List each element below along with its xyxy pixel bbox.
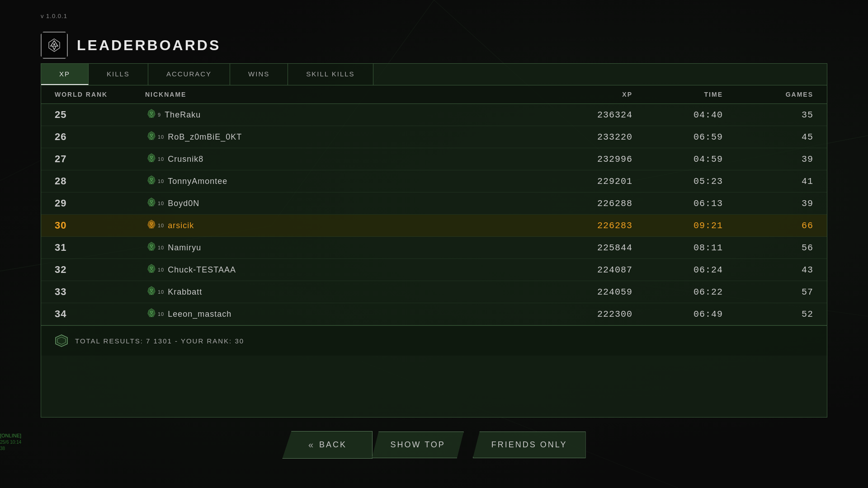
badge-icon: 10 [145, 153, 164, 165]
nickname-cell: 10 Namiryu [145, 241, 542, 254]
logo-icon [41, 32, 68, 59]
rank-cell: 33 [55, 286, 145, 298]
status-icon [55, 334, 68, 347]
table-row: 25 9 TheRaku 236324 04:40 35 [41, 104, 827, 126]
nickname-cell: 10 Crusnik8 [145, 153, 542, 165]
table-row: 33 10 Krabbatt 224059 06:22 57 [41, 281, 827, 303]
player-name: Krabbatt [168, 287, 202, 297]
time-cell: 06:59 [632, 132, 723, 142]
status-text: TOTAL RESULTS: 7 1301 - YOUR RANK: 30 [75, 337, 244, 345]
player-name: Chuck-TESTAAA [168, 265, 236, 275]
xp-cell: 232996 [542, 154, 632, 164]
nickname-cell: 9 TheRaku [145, 108, 542, 121]
status-bar: TOTAL RESULTS: 7 1301 - YOUR RANK: 30 [41, 325, 827, 356]
xp-cell: 233220 [542, 132, 632, 142]
time-cell: 06:13 [632, 198, 723, 209]
time-cell: 06:49 [632, 309, 723, 319]
time-cell: 08:11 [632, 243, 723, 253]
rank-cell: 28 [55, 175, 145, 187]
level-num: 10 [158, 245, 164, 250]
table-body: 25 9 TheRaku 236324 04:40 35 26 [41, 104, 827, 325]
badge-icon: 10 [145, 175, 164, 188]
level-num: 10 [158, 134, 164, 140]
badge-icon: 10 [145, 197, 164, 210]
col-time-header: TIME [632, 91, 723, 98]
table-row: 28 10 TonnyAmontee 229201 05:23 41 [41, 170, 827, 192]
level-num: 10 [158, 156, 164, 162]
back-button[interactable]: « BACK [282, 431, 373, 459]
games-cell: 56 [723, 243, 813, 253]
badge-icon: 10 [145, 263, 164, 276]
nickname-cell: 10 arsicik [145, 219, 542, 232]
table-row: 26 10 RoB_z0mBiE_0KT 233220 06:59 45 [41, 126, 827, 148]
player-name: TonnyAmontee [168, 177, 227, 186]
page-title: LEADERBOARDS [77, 37, 221, 54]
tab-accuracy[interactable]: ACCURACY [148, 64, 230, 85]
rank-cell: 31 [55, 242, 145, 253]
xp-cell: 225844 [542, 243, 632, 253]
xp-cell: 236324 [542, 110, 632, 120]
main-container: LEADERBOARDS XP KILLS ACCURACY WINS SKIL… [41, 25, 827, 463]
tab-kills[interactable]: KILLS [89, 64, 148, 85]
table-row: 30 10 arsicik 226283 09:21 66 [41, 215, 827, 237]
games-cell: 43 [723, 265, 813, 275]
time-cell: 06:22 [632, 287, 723, 297]
player-name: Boyd0N [168, 199, 199, 208]
level-num: 10 [158, 223, 164, 228]
header: LEADERBOARDS [41, 25, 827, 63]
player-name: Namiryu [168, 243, 201, 253]
table-row: 27 10 Crusnik8 232996 04:59 39 [41, 148, 827, 170]
level-num: 10 [158, 178, 164, 184]
nickname-cell: 10 Chuck-TESTAAA [145, 263, 542, 276]
nickname-cell: 10 TonnyAmontee [145, 175, 542, 188]
xp-cell: 222300 [542, 309, 632, 319]
rank-cell: 32 [55, 264, 145, 276]
badge-icon: 10 [145, 131, 164, 143]
nickname-cell: 10 Krabbatt [145, 286, 542, 298]
games-cell: 41 [723, 176, 813, 187]
rank-cell: 25 [55, 109, 145, 121]
table-header: WORLD RANK NICKNAME XP TIME GAMES [41, 85, 827, 104]
friends-only-button[interactable]: FRIENDS ONLY [473, 432, 586, 458]
table-row: 29 10 Boyd0N 226288 06:13 39 [41, 192, 827, 215]
tab-wins[interactable]: WINS [230, 64, 288, 85]
rank-cell: 30 [55, 220, 145, 231]
games-cell: 57 [723, 287, 813, 297]
leaderboard-panel: XP KILLS ACCURACY WINS SKILL KILLS WORLD… [41, 63, 827, 418]
time-cell: 04:40 [632, 110, 723, 120]
tab-xp[interactable]: XP [41, 64, 89, 85]
rank-cell: 27 [55, 153, 145, 165]
time-cell: 06:24 [632, 265, 723, 275]
online-indicator: [ONLINE] 25/6 10:14 38 [0, 432, 21, 452]
player-name: Leeon_mastach [168, 310, 231, 319]
xp-cell: 226283 [542, 221, 632, 231]
xp-cell: 224059 [542, 287, 632, 297]
nickname-cell: 10 RoB_z0mBiE_0KT [145, 131, 542, 143]
col-nickname-header: NICKNAME [145, 91, 542, 98]
player-name: TheRaku [165, 110, 201, 120]
time-cell: 09:21 [632, 221, 723, 231]
games-cell: 39 [723, 154, 813, 164]
tab-skill-kills[interactable]: SKILL KILLS [288, 64, 373, 85]
table-row: 31 10 Namiryu 225844 08:11 56 [41, 237, 827, 259]
svg-point-7 [53, 43, 55, 45]
level-num: 10 [158, 289, 164, 295]
badge-icon: 10 [145, 241, 164, 254]
nickname-cell: 10 Boyd0N [145, 197, 542, 210]
col-rank-header: WORLD RANK [55, 91, 145, 98]
table-row: 32 10 Chuck-TESTAAA 224087 06:24 43 [41, 259, 827, 281]
time-cell: 05:23 [632, 176, 723, 187]
xp-cell: 229201 [542, 176, 632, 187]
level-num: 10 [158, 267, 164, 272]
rank-cell: 29 [55, 197, 145, 209]
nickname-cell: 10 Leeon_mastach [145, 308, 542, 320]
back-label: BACK [319, 440, 347, 450]
player-name: arsicik [168, 221, 194, 230]
col-games-header: GAMES [723, 91, 813, 98]
player-name: RoB_z0mBiE_0KT [168, 132, 242, 142]
games-cell: 66 [723, 221, 813, 231]
bottom-buttons: « BACK SHOW TOP FRIENDS ONLY [41, 422, 827, 463]
level-num: 10 [158, 311, 164, 317]
show-top-button[interactable]: SHOW TOP [372, 432, 463, 458]
games-cell: 39 [723, 198, 813, 209]
